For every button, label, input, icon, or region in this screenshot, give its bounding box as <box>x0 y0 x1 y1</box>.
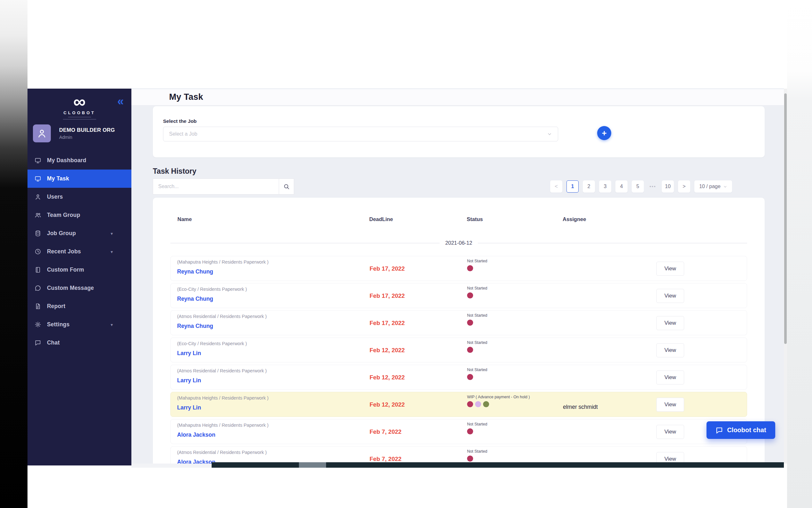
screen: ∞ CLOOBOT « DEMO BUILDER ORG Admin My Da… <box>0 0 812 508</box>
task-row[interactable]: (Atmos Residential / Residents Paperwork… <box>171 310 747 335</box>
cloobot-chat-button[interactable]: Cloobot chat <box>707 421 775 439</box>
task-row[interactable]: (Eco-City / Residents Paperwork ) Reyna … <box>171 283 747 308</box>
org-role: Admin <box>59 135 115 140</box>
org-name: DEMO BUILDER ORG <box>59 127 115 133</box>
task-project: (Atmos Residential / Residents Paperwork… <box>177 450 267 455</box>
sidebar-item-settings[interactable]: Settings ▾ <box>28 315 131 334</box>
pagination-page-3[interactable]: 3 <box>599 180 611 193</box>
view-button[interactable]: View <box>656 425 684 439</box>
sidebar-item-my-dashboard[interactable]: My Dashboard ▾ <box>28 151 131 170</box>
sidebar-item-team-group[interactable]: Team Group ▾ <box>28 206 131 224</box>
search-input[interactable] <box>153 178 279 195</box>
task-name-link[interactable]: Reyna Chung <box>177 268 213 275</box>
view-button[interactable]: View <box>656 262 684 276</box>
status-dot <box>467 347 473 353</box>
page-size-select[interactable]: 10 / page <box>695 180 732 193</box>
monitor-icon <box>35 157 42 164</box>
select-job-card: Select the Job Select a Job + <box>153 106 765 157</box>
task-history-title: Task History <box>153 167 196 176</box>
pagination-page-1[interactable]: 1 <box>567 180 579 193</box>
gear-icon <box>35 321 42 328</box>
task-row[interactable]: (Mahaputra Heights / Residents Paperwork… <box>171 256 747 281</box>
chat-icon <box>35 339 42 346</box>
chevron-down-icon <box>723 184 727 189</box>
column-header-status: Status <box>467 216 483 222</box>
sidebar-collapse-icon[interactable]: « <box>117 96 124 107</box>
job-select-dropdown[interactable]: Select a Job <box>163 127 558 141</box>
job-select-placeholder: Select a Job <box>169 131 547 137</box>
task-status-label: Not Started <box>467 313 487 318</box>
sidebar-item-label: Recent Jobs <box>47 248 81 255</box>
sidebar-item-custom-form[interactable]: Custom Form ▾ <box>28 261 131 279</box>
pagination-page-4[interactable]: 4 <box>615 180 627 193</box>
task-name-link[interactable]: Alora Jackson <box>177 459 216 464</box>
horizontal-scrollbar[interactable] <box>211 462 784 468</box>
database-icon <box>35 230 42 237</box>
sidebar-item-chat[interactable]: Chat ▾ <box>28 334 131 352</box>
task-name-link[interactable]: Larry Lin <box>177 377 201 384</box>
view-button[interactable]: View <box>656 343 684 357</box>
task-status-dots <box>467 401 489 407</box>
task-deadline: Feb 12, 2022 <box>370 374 405 381</box>
view-button[interactable]: View <box>656 371 684 384</box>
org-profile[interactable]: DEMO BUILDER ORG Admin <box>33 124 115 142</box>
search-bar <box>153 178 294 195</box>
task-name-link[interactable]: Larry Lin <box>177 350 201 357</box>
pagination-ellipsis[interactable]: ••• <box>648 180 658 193</box>
status-dot <box>467 265 473 271</box>
sidebar-item-my-task[interactable]: My Task ▾ <box>28 170 131 188</box>
clock-icon <box>35 248 42 255</box>
task-name-link[interactable]: Alora Jackson <box>177 431 216 438</box>
task-status-dots <box>467 428 473 434</box>
date-group-divider: 2021-06-12 <box>171 240 747 246</box>
task-status-dots <box>467 265 473 271</box>
pagination-page-10[interactable]: 10 <box>662 180 674 193</box>
divider-line <box>171 243 439 244</box>
task-status-dots <box>467 292 473 298</box>
person-icon <box>37 128 47 138</box>
task-status-label: Not Started <box>467 422 487 426</box>
task-name-link[interactable]: Reyna Chung <box>177 296 213 302</box>
pagination-page-2[interactable]: 2 <box>583 180 595 193</box>
form-icon <box>35 266 42 273</box>
sidebar-item-label: Report <box>47 303 65 310</box>
column-header-assignee: Assignee <box>563 216 586 222</box>
sidebar-item-report[interactable]: Report ▾ <box>28 297 131 315</box>
task-assignee: elmer schmidt <box>563 404 598 411</box>
sidebar-item-recent-jobs[interactable]: Recent Jobs ▾ <box>28 243 131 261</box>
view-button[interactable]: View <box>656 452 684 464</box>
view-button[interactable]: View <box>656 289 684 303</box>
task-row[interactable]: (Mahaputra Heights / Residents Paperwork… <box>171 419 747 444</box>
task-row[interactable]: (Atmos Residential / Residents Paperwork… <box>171 365 747 390</box>
task-project: (Eco-City / Residents Paperwork ) <box>177 341 247 346</box>
search-button[interactable] <box>279 178 294 195</box>
column-header-name: Name <box>178 216 192 222</box>
task-name-link[interactable]: Larry Lin <box>177 405 201 411</box>
sidebar-item-label: My Task <box>47 175 69 182</box>
sidebar-item-users[interactable]: Users ▾ <box>28 188 131 206</box>
task-name-link[interactable]: Reyna Chung <box>177 323 213 330</box>
sidebar-item-job-group[interactable]: Job Group ▾ <box>28 224 131 243</box>
chat-bubble-icon <box>715 426 723 434</box>
task-row[interactable]: (Atmos Residential / Residents Paperwork… <box>171 446 747 464</box>
vertical-scrollbar-thumb[interactable] <box>784 93 787 344</box>
pagination-page-5[interactable]: 5 <box>632 180 644 193</box>
pagination-next[interactable]: > <box>678 180 690 193</box>
view-button[interactable]: View <box>656 398 684 412</box>
task-deadline: Feb 12, 2022 <box>370 347 405 354</box>
task-row[interactable]: (Eco-City / Residents Paperwork ) Larry … <box>171 338 747 363</box>
task-status-label: Not Started <box>467 368 487 372</box>
add-job-button[interactable]: + <box>597 126 611 140</box>
horizontal-scrollbar-thumb[interactable] <box>299 462 326 468</box>
task-status-label: Not Started <box>467 259 487 263</box>
pagination-prev[interactable]: < <box>550 180 562 193</box>
sidebar: ∞ CLOOBOT « DEMO BUILDER ORG Admin My Da… <box>28 89 131 465</box>
sidebar-item-label: Settings <box>47 321 70 328</box>
sidebar-item-custom-message[interactable]: Custom Message ▾ <box>28 279 131 297</box>
sidebar-item-label: Chat <box>47 339 60 346</box>
background-right-margin <box>787 0 812 508</box>
sidebar-item-label: Custom Message <box>47 285 94 291</box>
view-button[interactable]: View <box>656 316 684 330</box>
task-row[interactable]: (Mahaputra Heights / Residents Paperwork… <box>171 392 747 417</box>
brand-name: CLOOBOT <box>28 110 131 115</box>
